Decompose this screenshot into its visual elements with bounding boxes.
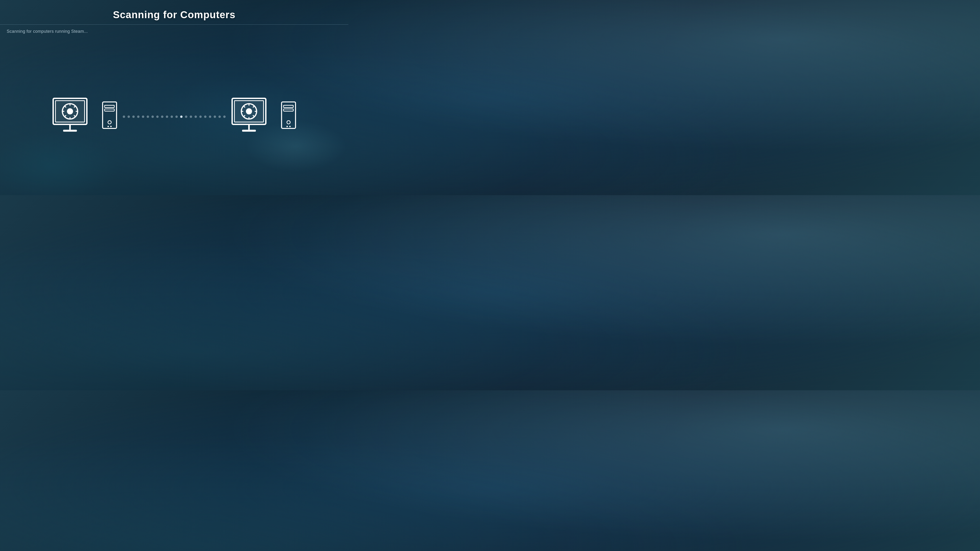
connection-dot [142,116,144,118]
svg-point-11 [110,126,112,127]
right-monitor-icon [231,98,278,136]
left-tower-icon [101,101,118,132]
connection-dot [185,116,187,118]
connection-dot [137,116,140,118]
connection-dot [151,116,154,118]
subtitle-section: Scanning for computers running Steam... [0,25,348,38]
svg-rect-19 [283,105,293,107]
title-section: Scanning for Computers [0,0,348,24]
right-tower-icon [280,101,297,132]
connection-dot [127,116,130,118]
connection-dot [166,116,168,118]
connection-dot [156,116,159,118]
connection-dot [209,116,211,118]
connection-dot [132,116,135,118]
svg-point-22 [286,126,288,127]
connection-dot [170,116,173,118]
svg-rect-20 [283,109,293,111]
left-monitor-icon [51,98,99,136]
svg-point-10 [107,126,109,127]
connection-dots [123,116,226,118]
svg-point-21 [287,121,290,124]
connection-dot [194,116,197,118]
connection-dot [199,116,202,118]
right-computer-group [231,98,297,136]
svg-rect-5 [63,130,77,132]
svg-point-3 [67,108,73,114]
connection-dot [190,116,192,118]
left-computer-group [51,98,118,136]
page-title: Scanning for Computers [0,9,348,21]
svg-rect-8 [105,109,115,111]
connection-dot [175,116,178,118]
connection-dot [218,116,221,118]
connection-dot [223,116,226,118]
svg-point-15 [246,108,252,114]
svg-rect-17 [242,130,256,132]
svg-point-9 [108,121,111,124]
computers-row [51,98,297,136]
main-content [0,38,348,195]
connection-dot [180,116,183,118]
connection-dot [147,116,149,118]
connection-dot [161,116,164,118]
connection-dot [214,116,216,118]
connection-dot [204,116,207,118]
page-container: Scanning for Computers Scanning for comp… [0,0,348,195]
scanning-status-text: Scanning for computers running Steam... [7,29,88,34]
connection-dot [123,116,125,118]
svg-rect-7 [105,105,115,107]
svg-point-23 [289,126,291,127]
